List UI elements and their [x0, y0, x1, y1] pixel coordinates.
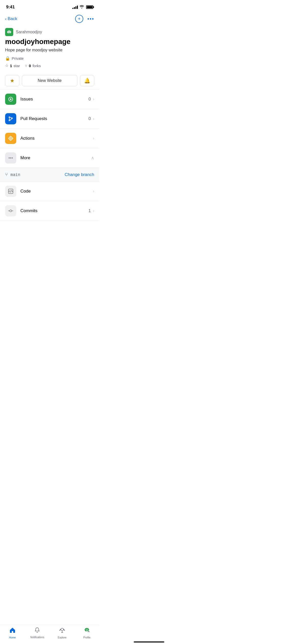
issues-count: 0	[88, 97, 91, 102]
status-icons	[72, 5, 93, 9]
branch-name: main	[10, 172, 20, 177]
svg-line-24	[10, 190, 11, 193]
svg-point-11	[9, 120, 10, 121]
svg-point-20	[9, 157, 10, 158]
pull-requests-icon	[5, 113, 16, 124]
svg-rect-4	[8, 33, 10, 33]
forks-count: 0	[29, 64, 31, 68]
star-button[interactable]: ★	[5, 75, 19, 86]
battery-icon	[86, 5, 93, 9]
issues-menu-item[interactable]: Issues 0 ›	[0, 90, 99, 109]
pull-requests-label: Pull Requests	[20, 116, 88, 121]
repo-visibility: 🔒 Private	[5, 56, 94, 61]
code-label: Code	[20, 189, 93, 194]
new-website-button[interactable]: New Website	[22, 75, 77, 86]
dots-icon: •••	[87, 16, 94, 22]
svg-point-15	[10, 138, 11, 139]
star-icon: ☆	[5, 63, 8, 68]
code-icon	[5, 186, 16, 197]
owner-avatar	[5, 28, 13, 36]
add-button[interactable]: +	[75, 15, 83, 23]
svg-point-22	[12, 157, 13, 158]
svg-rect-3	[9, 32, 10, 32]
actions-menu-item[interactable]: Actions ›	[0, 129, 99, 148]
commits-count: 1	[88, 208, 91, 213]
forks-stat: ⑂ 0 forks	[25, 64, 41, 68]
pull-requests-count: 0	[88, 116, 91, 121]
repo-header: Sarahmoodjoy moodjoyhomepage Hope page f…	[0, 26, 99, 72]
menu-list: Issues 0 › Pull Requests 0 ›	[0, 90, 99, 168]
more-menu-item[interactable]: More ∧	[0, 148, 99, 168]
svg-rect-6	[7, 32, 8, 33]
repo-description: Hope page for moodjoy website	[5, 48, 94, 52]
forks-label: forks	[33, 64, 41, 68]
new-website-label: New Website	[38, 78, 62, 83]
notifications-button[interactable]: 🔔	[80, 75, 94, 86]
branch-section: ⑂ main Change branch	[0, 168, 99, 182]
svg-rect-5	[9, 30, 9, 31]
branch-icon: ⑂	[5, 172, 8, 177]
svg-point-21	[10, 157, 11, 158]
nav-bar: ‹ Back + •••	[0, 13, 99, 26]
stars-count: 1	[10, 64, 12, 68]
actions-icon	[5, 133, 16, 144]
code-chevron-icon: ›	[93, 189, 94, 194]
sub-menu-list: Code › Commits 1 ›	[0, 182, 99, 221]
actions-chevron-icon: ›	[93, 136, 94, 141]
signal-icon	[72, 6, 78, 9]
commits-icon	[5, 205, 16, 216]
lock-icon: 🔒	[5, 56, 10, 61]
repo-owner: Sarahmoodjoy	[5, 28, 94, 36]
commits-menu-item[interactable]: Commits 1 ›	[0, 201, 99, 221]
visibility-label: Private	[12, 56, 24, 61]
repo-stats: ☆ 1 star ⑂ 0 forks	[5, 63, 94, 68]
commits-label: Commits	[20, 208, 88, 213]
code-menu-item[interactable]: Code ›	[0, 182, 99, 201]
svg-rect-7	[11, 32, 11, 33]
repo-name: moodjoyhomepage	[5, 38, 94, 46]
svg-point-10	[9, 117, 10, 118]
stars-label: star	[13, 64, 20, 68]
branch-info: ⑂ main	[5, 172, 20, 177]
pull-requests-chevron-icon: ›	[93, 116, 94, 121]
change-branch-button[interactable]: Change branch	[65, 172, 94, 177]
svg-point-9	[10, 98, 11, 100]
svg-point-14	[9, 137, 12, 140]
svg-point-25	[10, 210, 12, 212]
action-buttons: ★ New Website 🔔	[0, 72, 99, 90]
more-chevron-icon: ∧	[91, 155, 94, 161]
more-options-button[interactable]: •••	[87, 16, 94, 22]
owner-name: Sarahmoodjoy	[16, 30, 42, 34]
status-time: 9:41	[6, 5, 15, 10]
back-button[interactable]: ‹ Back	[5, 16, 17, 22]
issues-icon	[5, 94, 16, 105]
nav-actions: + •••	[75, 15, 94, 23]
back-label: Back	[8, 16, 17, 21]
star-icon: ★	[10, 78, 15, 84]
issues-chevron-icon: ›	[93, 97, 94, 101]
stars-stat: ☆ 1 star	[5, 63, 20, 68]
svg-rect-2	[8, 32, 9, 32]
back-chevron-icon: ‹	[5, 16, 7, 22]
status-bar: 9:41	[0, 0, 99, 13]
issues-label: Issues	[20, 97, 88, 102]
actions-label: Actions	[20, 136, 91, 141]
plus-icon: +	[78, 16, 81, 22]
more-icon	[5, 152, 16, 164]
fork-icon: ⑂	[25, 64, 27, 68]
commits-chevron-icon: ›	[93, 209, 94, 213]
wifi-icon	[79, 5, 84, 9]
pull-requests-menu-item[interactable]: Pull Requests 0 ›	[0, 109, 99, 129]
bell-icon: 🔔	[84, 78, 90, 84]
more-label: More	[20, 155, 91, 160]
